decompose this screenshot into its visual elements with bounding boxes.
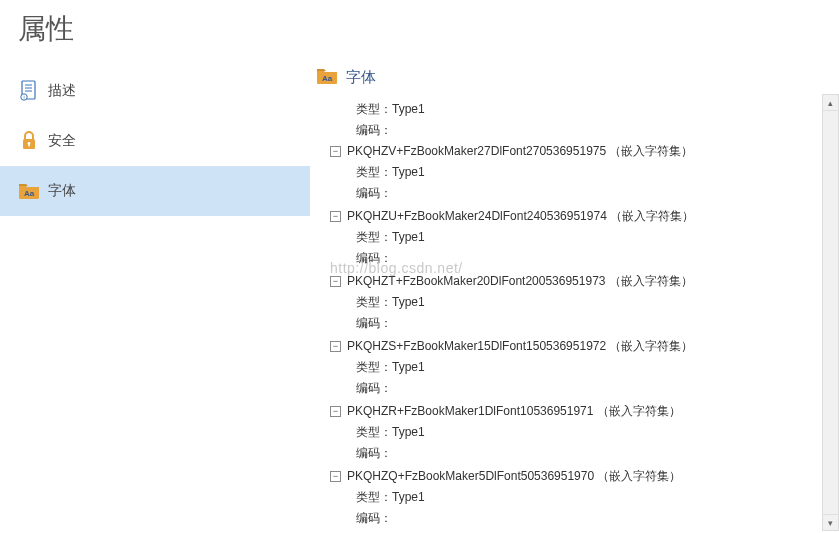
font-type-row: 类型：Type1 (314, 357, 813, 378)
lock-icon (18, 130, 40, 152)
font-name-row: −PKQHZS+FzBookMaker15DlFont150536951972 … (314, 336, 813, 357)
sidebar-item-label: 描述 (48, 82, 76, 100)
font-encoding-row: 编码： (314, 508, 813, 529)
font-entry: −PKQHZU+FzBookMaker24DlFont240536951974 … (314, 206, 813, 269)
content-header: Aa 字体 (314, 66, 833, 89)
font-encoding-row: 编码： (314, 183, 813, 204)
font-name: PKQHZU+FzBookMaker24DlFont240536951974 （… (347, 208, 694, 225)
sidebar-item-label: 字体 (48, 182, 76, 200)
font-name: PKQHZR+FzBookMaker1DlFont10536951971 （嵌入… (347, 403, 681, 420)
font-entry: −PKQHZS+FzBookMaker15DlFont150536951972 … (314, 336, 813, 399)
font-list: 类型：Type1 编码： −PKQHZV+FzBookMaker27DlFont… (314, 99, 833, 533)
encoding-label: 编码： (356, 123, 392, 137)
font-name-row: −PKQHZT+FzBookMaker20DlFont200536951973 … (314, 271, 813, 292)
font-encoding-row: 编码： (314, 313, 813, 334)
font-type-row: 类型：Type1 (314, 99, 813, 120)
document-icon: i (18, 80, 40, 102)
font-entry: −PKQHZR+FzBookMaker1DlFont10536951971 （嵌… (314, 401, 813, 464)
font-encoding-row: 编码： (314, 248, 813, 269)
type-label: 类型： (356, 102, 392, 116)
main-area: i 描述 安全 Aa (0, 62, 839, 533)
font-entry: −PKQHZV+FzBookMaker27DlFont270536951975 … (314, 141, 813, 204)
font-entry: −PKQHZQ+FzBookMaker5DlFont50536951970 （嵌… (314, 466, 813, 529)
font-encoding-row: 编码： (314, 378, 813, 399)
collapse-toggle[interactable]: − (330, 341, 341, 352)
font-name-row: −PKQHZU+FzBookMaker24DlFont240536951974 … (314, 206, 813, 227)
collapse-toggle[interactable]: − (330, 276, 341, 287)
font-type-row: 类型：Type1 (314, 227, 813, 248)
page-title: 属性 (0, 0, 839, 62)
svg-rect-8 (28, 144, 29, 147)
font-type-row: 类型：Type1 (314, 162, 813, 183)
font-type-row: 类型：Type1 (314, 487, 813, 508)
font-folder-icon: Aa (316, 66, 338, 89)
sidebar: i 描述 安全 Aa (0, 62, 310, 533)
collapse-toggle[interactable]: − (330, 406, 341, 417)
sidebar-item-description[interactable]: i 描述 (0, 66, 310, 116)
svg-text:i: i (23, 94, 24, 100)
font-name: PKQHZV+FzBookMaker27DlFont270536951975 （… (347, 143, 693, 160)
svg-text:Aa: Aa (322, 74, 333, 83)
font-name: PKQHZS+FzBookMaker15DlFont150536951972 （… (347, 338, 693, 355)
font-entry: −PKQHZT+FzBookMaker20DlFont200536951973 … (314, 271, 813, 334)
font-encoding-row: 编码： (314, 443, 813, 464)
sidebar-item-fonts[interactable]: Aa 字体 (0, 166, 310, 216)
content-header-label: 字体 (346, 68, 376, 87)
font-name: PKQHZQ+FzBookMaker5DlFont50536951970 （嵌入… (347, 468, 681, 485)
collapse-toggle[interactable]: − (330, 211, 341, 222)
collapse-toggle[interactable]: − (330, 471, 341, 482)
font-name-row: −PKQHZV+FzBookMaker27DlFont270536951975 … (314, 141, 813, 162)
type-value: Type1 (392, 102, 425, 116)
sidebar-item-label: 安全 (48, 132, 76, 150)
font-folder-icon: Aa (18, 180, 40, 202)
collapse-toggle[interactable]: − (330, 146, 341, 157)
font-name: PKQHZT+FzBookMaker20DlFont200536951973 （… (347, 273, 693, 290)
scroll-up-button[interactable]: ▴ (823, 95, 838, 111)
font-type-row: 类型：Type1 (314, 292, 813, 313)
font-name-row: −PKQHZQ+FzBookMaker5DlFont50536951970 （嵌… (314, 466, 813, 487)
font-name-row: −PKQHZR+FzBookMaker1DlFont10536951971 （嵌… (314, 401, 813, 422)
font-encoding-row: 编码： (314, 120, 813, 141)
sidebar-item-security[interactable]: 安全 (0, 116, 310, 166)
scrollbar[interactable]: ▴ ▾ (822, 94, 839, 531)
content-panel: Aa 字体 类型：Type1 编码： −PKQHZV+FzBookMaker27… (310, 62, 839, 533)
scroll-down-button[interactable]: ▾ (823, 514, 838, 530)
font-type-row: 类型：Type1 (314, 422, 813, 443)
svg-text:Aa: Aa (24, 189, 35, 198)
